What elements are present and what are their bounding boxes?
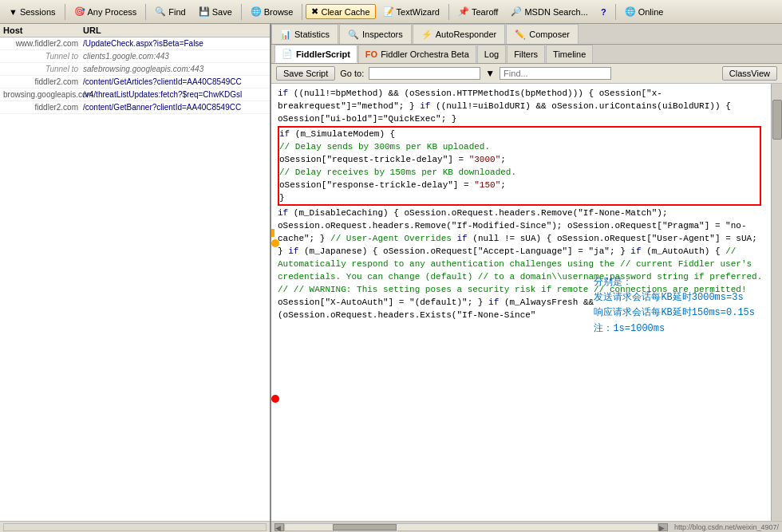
list-item[interactable]: browsing.googleapis.com. /v4/threatListU… xyxy=(0,89,270,101)
tab-autoresponder[interactable]: ⚡ AutoResponder xyxy=(413,24,505,44)
tab-orchestra[interactable]: FO Fiddler Orchestra Beta xyxy=(358,45,476,63)
find-icon: 🔍 xyxy=(155,6,166,17)
main-toolbar: ▼ Sessions 🎯 Any Process 🔍 Find 💾 Save 🌐… xyxy=(0,0,782,24)
main-container: Host URL www.fiddler2.com /UpdateCheck.a… xyxy=(0,24,782,532)
browse-btn[interactable]: 🌐 Browse xyxy=(245,4,299,19)
col-url-header: URL xyxy=(83,26,267,35)
session-host: browsing.googleapis.com. xyxy=(3,90,83,99)
msdn-search[interactable]: 🔎 MSDN Search... xyxy=(505,4,593,19)
separator-1 xyxy=(65,4,65,20)
anyprocess-icon: 🎯 xyxy=(74,6,85,17)
list-item[interactable]: Tunnel to safebrowsing.googleapis.com:44… xyxy=(0,63,270,76)
tab-statistics[interactable]: 📊 Statistics xyxy=(271,24,338,44)
online-icon: 🌐 xyxy=(625,6,636,17)
sessions-menu[interactable]: ▼ Sessions xyxy=(3,5,61,19)
goto-input[interactable] xyxy=(369,67,480,80)
statistics-icon: 📊 xyxy=(280,30,291,40)
anyprocess-btn[interactable]: 🎯 Any Process xyxy=(69,4,143,19)
code-area: if ((null!=bpMethod) && (oSession.HTTPMe… xyxy=(271,84,782,521)
tab-composer[interactable]: ✏️ Composer xyxy=(506,24,579,44)
annotation-line4: 注：1s=1000ms xyxy=(594,321,755,337)
tab-filters[interactable]: Filters xyxy=(507,45,545,63)
textwizard-btn[interactable]: 📝 TextWizard xyxy=(377,4,445,19)
find-input[interactable] xyxy=(500,67,611,80)
list-item[interactable]: Tunnel to clients1.google.com:443 xyxy=(0,50,270,63)
list-item[interactable]: fiddler2.com /content/GetArticles?client… xyxy=(0,76,270,89)
session-list-header: Host URL xyxy=(0,24,270,37)
scroll-left-btn[interactable]: ◀ xyxy=(274,523,284,531)
separator-3 xyxy=(241,4,242,20)
scroll-track[interactable] xyxy=(284,523,658,531)
goto-arrow: ▼ xyxy=(485,68,495,79)
save-script-button[interactable]: Save Script xyxy=(276,66,335,81)
clearcache-btn[interactable]: ✖ Clear Cache xyxy=(306,4,375,19)
session-host: Tunnel to xyxy=(3,65,83,73)
script-toolbar: Save Script Go to: ▼ ClassView xyxy=(271,64,782,84)
list-item[interactable]: www.fiddler2.com /UpdateCheck.aspx?isBet… xyxy=(0,37,270,50)
vertical-scrollbar[interactable] xyxy=(771,84,782,521)
tearoff-btn[interactable]: 📌 Tearoff xyxy=(452,4,504,19)
sessions-icon: ▼ xyxy=(9,7,18,17)
tab-inspectors[interactable]: 🔍 Inspectors xyxy=(339,24,412,44)
scrollbar-thumb[interactable] xyxy=(772,100,782,140)
session-url: /content/GetBanner?clientId=AA40C8549CC xyxy=(83,103,267,112)
separator-2 xyxy=(145,4,146,20)
help-icon[interactable]: ? xyxy=(595,5,612,19)
composer-icon: ✏️ xyxy=(515,30,526,40)
orange-dot-indicator xyxy=(271,239,279,247)
left-panel: Host URL www.fiddler2.com /UpdateCheck.a… xyxy=(0,24,271,532)
scroll-thumb[interactable] xyxy=(333,524,397,530)
session-url: clients1.google.com:443 xyxy=(83,52,267,61)
session-host: Tunnel to xyxy=(3,52,83,61)
right-panel: 📊 Statistics 🔍 Inspectors ⚡ AutoResponde… xyxy=(271,24,782,532)
top-tab-bar: 📊 Statistics 🔍 Inspectors ⚡ AutoResponde… xyxy=(271,24,782,45)
clearcache-icon: ✖ xyxy=(311,6,318,17)
session-host: fiddler2.com xyxy=(3,77,83,86)
session-url: safebrowsing.googleapis.com:443 xyxy=(83,65,267,73)
red-dot-indicator xyxy=(271,395,279,403)
browse-icon: 🌐 xyxy=(251,6,262,17)
autoresponder-icon: ⚡ xyxy=(421,30,432,40)
tab-timeline[interactable]: Timeline xyxy=(546,45,593,63)
code-content[interactable]: if ((null!=bpMethod) && (oSession.HTTPMe… xyxy=(271,84,771,521)
tab-log[interactable]: Log xyxy=(477,45,506,63)
save-btn[interactable]: 💾 Save xyxy=(193,4,238,19)
orchestra-icon: FO xyxy=(365,49,377,59)
separator-4 xyxy=(302,4,302,20)
online-btn[interactable]: 🌐 Online xyxy=(619,4,669,19)
code-display: if ((null!=bpMethod) && (oSession.HTTPMe… xyxy=(278,87,764,321)
session-url: /content/GetArticles?clientId=AA40C8549C… xyxy=(83,77,267,86)
inspectors-icon: 🔍 xyxy=(348,30,359,40)
msdn-icon: 🔎 xyxy=(511,6,522,17)
fiddlerscript-icon: 📄 xyxy=(282,49,293,59)
session-host: fiddler2.com xyxy=(3,103,83,112)
bottom-scrollbar[interactable]: ◀ ▶ http://blog.csdn.net/weixin_4907/ xyxy=(271,521,782,532)
session-url: /UpdateCheck.aspx?isBeta=False xyxy=(83,39,267,48)
textwizard-icon: 📝 xyxy=(383,6,394,17)
sub-tab-bar: 📄 FiddlerScript FO Fiddler Orchestra Bet… xyxy=(271,45,782,64)
separator-6 xyxy=(615,4,616,20)
left-scroll-bar[interactable] xyxy=(0,521,270,532)
find-btn[interactable]: 🔍 Find xyxy=(149,4,191,19)
tearoff-icon: 📌 xyxy=(458,6,469,17)
bottom-url: http://blog.csdn.net/weixin_4907/ xyxy=(674,523,779,531)
session-list[interactable]: www.fiddler2.com /UpdateCheck.aspx?isBet… xyxy=(0,37,270,521)
goto-label: Go to: xyxy=(340,69,364,78)
scroll-right-btn[interactable]: ▶ xyxy=(658,523,668,531)
list-item[interactable]: fiddler2.com /content/GetBanner?clientId… xyxy=(0,101,270,114)
session-url: /v4/threatListUpdates:fetch?$req=ChwKDGs… xyxy=(83,90,267,99)
save-icon: 💾 xyxy=(199,6,210,17)
separator-5 xyxy=(448,4,449,20)
tab-fiddlerscript[interactable]: 📄 FiddlerScript xyxy=(274,45,357,63)
classview-button[interactable]: ClassView xyxy=(722,66,777,81)
session-host: www.fiddler2.com xyxy=(3,39,83,48)
col-host-header: Host xyxy=(3,26,83,35)
